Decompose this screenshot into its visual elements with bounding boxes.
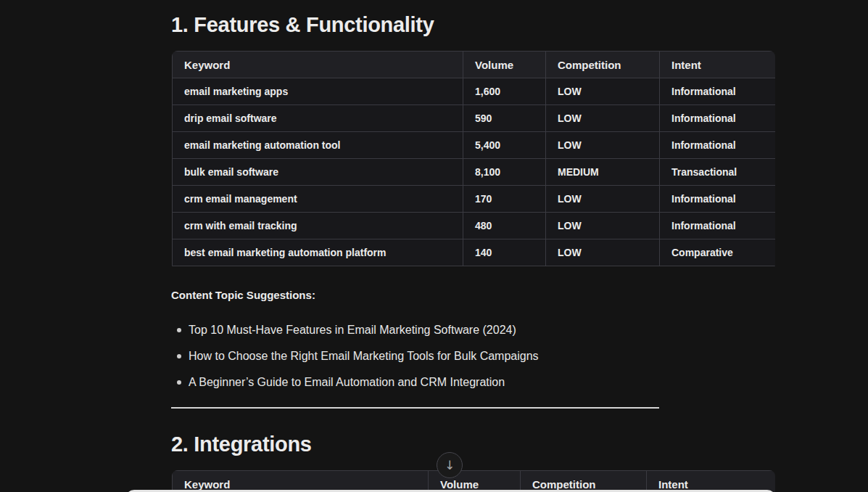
list-item-text: Top 10 Must-Have Features in Email Marke… <box>189 324 516 336</box>
suggestions-list: Top 10 Must-Have Features in Email Marke… <box>171 317 766 395</box>
scroll-to-bottom-button[interactable]: ↓ <box>437 452 463 478</box>
cell-volume: 1,600 <box>463 78 546 105</box>
table-row: drip email software 590 LOW Informationa… <box>173 105 776 132</box>
cell-keyword: bulk email software <box>173 159 463 186</box>
cell-keyword: crm with email tracking <box>173 213 463 239</box>
cell-competition: LOW <box>546 78 660 105</box>
list-item-text: How to Choose the Right Email Marketing … <box>189 350 539 362</box>
cell-volume: 8,100 <box>463 159 546 186</box>
table-row: email marketing apps 1,600 LOW Informati… <box>173 78 776 105</box>
table-row: bulk email software 8,100 MEDIUM Transac… <box>173 159 776 186</box>
cell-intent: Informational <box>660 105 776 132</box>
section-divider <box>171 407 659 409</box>
cell-competition: LOW <box>546 105 660 132</box>
content-topic-suggestions-heading: Content Topic Suggestions: <box>171 289 315 301</box>
cell-volume: 5,400 <box>463 132 546 159</box>
cell-intent: Informational <box>660 132 776 159</box>
table-header-row: Keyword Volume Competition Intent <box>173 52 776 78</box>
cell-volume: 480 <box>463 213 546 239</box>
chat-page: { "colors": { "page_bg": "#141414", "tex… <box>0 0 868 492</box>
chat-response-content: 1. Features & Functionality Keyword Volu… <box>171 0 775 492</box>
cell-keyword: crm email management <box>173 186 463 213</box>
column-header-volume: Volume <box>463 52 546 78</box>
cell-competition: MEDIUM <box>546 159 660 186</box>
column-header-competition: Competition <box>521 471 647 492</box>
cell-intent: Informational <box>660 78 776 105</box>
list-item: A Beginner’s Guide to Email Automation a… <box>171 369 766 395</box>
cell-volume: 140 <box>463 239 546 266</box>
integrations-keyword-table: Keyword Volume Competition Intent <box>172 470 775 492</box>
cell-keyword: drip email software <box>173 105 463 132</box>
features-keyword-table: Keyword Volume Competition Intent email … <box>172 51 775 271</box>
table-header-row: Keyword Volume Competition Intent <box>173 471 776 492</box>
list-item-text: A Beginner’s Guide to Email Automation a… <box>189 376 505 388</box>
cell-competition: LOW <box>546 213 660 239</box>
arrow-down-icon: ↓ <box>445 459 455 472</box>
table-row: best email marketing automation platform… <box>173 239 776 266</box>
cell-volume: 590 <box>463 105 546 132</box>
column-header-keyword: Keyword <box>173 471 429 492</box>
table-row: crm email management 170 LOW Information… <box>173 186 776 213</box>
section-2-title: 2. Integrations <box>171 432 312 456</box>
cell-keyword: email marketing apps <box>173 78 463 105</box>
column-header-competition: Competition <box>546 52 660 78</box>
list-item: How to Choose the Right Email Marketing … <box>171 343 766 369</box>
column-header-keyword: Keyword <box>173 52 463 78</box>
cell-volume: 170 <box>463 186 546 213</box>
cell-keyword: email marketing automation tool <box>173 132 463 159</box>
column-header-intent: Intent <box>647 471 776 492</box>
table-row: crm with email tracking 480 LOW Informat… <box>173 213 776 239</box>
section-1-title: 1. Features & Functionality <box>171 13 434 37</box>
cell-intent: Transactional <box>660 159 776 186</box>
cell-competition: LOW <box>546 186 660 213</box>
cell-competition: LOW <box>546 239 660 266</box>
table-row: email marketing automation tool 5,400 LO… <box>173 132 776 159</box>
cell-keyword: best email marketing automation platform <box>173 239 463 266</box>
cell-intent: Informational <box>660 213 776 239</box>
cell-intent: Informational <box>660 186 776 213</box>
cell-competition: LOW <box>546 132 660 159</box>
column-header-intent: Intent <box>660 52 776 78</box>
cell-intent: Comparative <box>660 239 776 266</box>
list-item: Top 10 Must-Have Features in Email Marke… <box>171 317 766 343</box>
